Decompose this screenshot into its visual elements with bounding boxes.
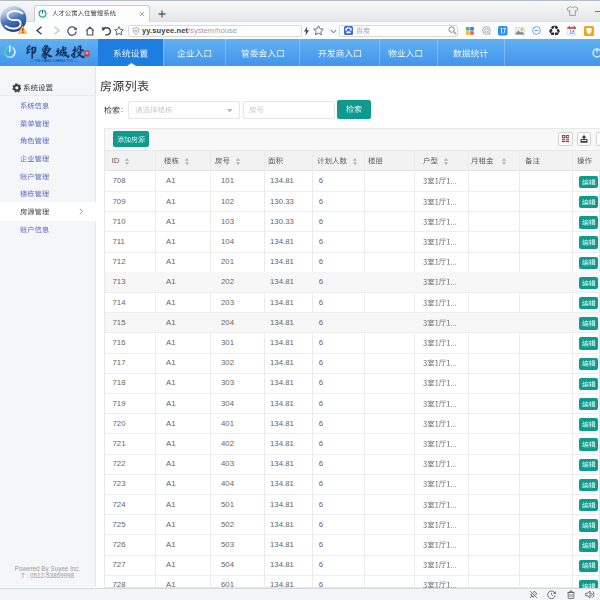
svg-text:18: 18 [568,29,574,35]
